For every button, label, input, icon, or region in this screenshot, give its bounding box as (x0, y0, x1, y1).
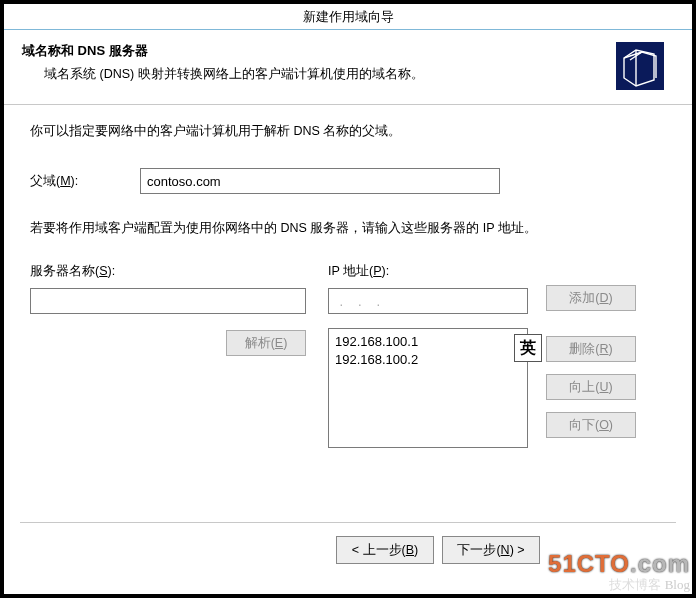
intro-text: 你可以指定要网络中的客户端计算机用于解析 DNS 名称的父域。 (30, 123, 666, 140)
add-button[interactable]: 添加(D) (546, 285, 636, 311)
window-title: 新建作用域向导 (4, 4, 692, 30)
back-button[interactable]: < 上一步(B) (336, 536, 434, 564)
parent-domain-label: 父域(M): (30, 173, 140, 190)
ip-address-list[interactable]: 192.168.100.1192.168.100.2 (328, 328, 528, 448)
dns-note: 若要将作用域客户端配置为使用你网络中的 DNS 服务器，请输入这些服务器的 IP… (30, 220, 666, 237)
parent-domain-input[interactable] (140, 168, 500, 194)
ip-list-item[interactable]: 192.168.100.1 (335, 333, 521, 351)
server-name-input[interactable] (30, 288, 306, 314)
next-button[interactable]: 下一步(N) > (442, 536, 540, 564)
move-up-button[interactable]: 向上(U) (546, 374, 636, 400)
wizard-header: 域名称和 DNS 服务器 域名系统 (DNS) 映射并转换网络上的客户端计算机使… (4, 30, 692, 105)
ip-address-label: IP 地址(P): (328, 263, 534, 280)
footer-separator (20, 522, 676, 523)
header-title: 域名称和 DNS 服务器 (22, 42, 616, 60)
server-name-label: 服务器名称(S): (30, 263, 312, 280)
resolve-button[interactable]: 解析(E) (226, 330, 306, 356)
move-down-button[interactable]: 向下(O) (546, 412, 636, 438)
delete-button[interactable]: 删除(R) (546, 336, 636, 362)
header-subtitle: 域名系统 (DNS) 映射并转换网络上的客户端计算机使用的域名称。 (44, 66, 616, 83)
svg-rect-0 (616, 42, 664, 90)
scope-icon (616, 42, 664, 90)
ip-list-item[interactable]: 192.168.100.2 (335, 351, 521, 369)
ime-indicator[interactable]: 英 (514, 334, 542, 362)
ip-address-input[interactable] (328, 288, 528, 314)
